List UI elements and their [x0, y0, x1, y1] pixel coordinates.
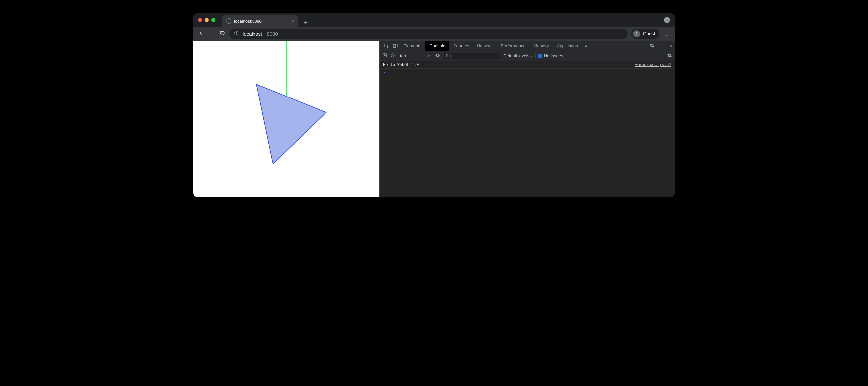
device-toolbar-icon[interactable]	[391, 43, 400, 49]
console-filter-input[interactable]	[444, 53, 500, 59]
browser-menu-button[interactable]: ⋮	[662, 31, 671, 37]
back-button[interactable]	[197, 30, 205, 37]
webgl-canvas	[193, 41, 379, 197]
devtools-menu-icon[interactable]: ⋮	[657, 43, 666, 49]
tab-elements[interactable]: Elements	[400, 41, 425, 51]
console-log-row: Hello WebGL 1.0 wasm_exec.js:51	[380, 61, 675, 69]
inspect-element-icon[interactable]	[382, 43, 391, 49]
svg-point-0	[636, 32, 638, 34]
browser-window: localhost:8080 × ＋ ▾ i localhost:8080 Gu…	[193, 13, 675, 197]
maximize-window-button[interactable]	[211, 18, 215, 22]
devtools-panel: Elements Console Sources Network Perform…	[379, 41, 675, 197]
tab-title: localhost:8080	[234, 19, 262, 24]
live-expression-icon[interactable]	[435, 53, 440, 59]
tab-console[interactable]: Console	[425, 41, 449, 51]
triangle-shape	[256, 84, 326, 164]
browser-tab[interactable]: localhost:8080 ×	[222, 15, 298, 27]
profile-label: Guest	[643, 31, 655, 36]
globe-icon	[226, 18, 231, 24]
url-port: :8080	[266, 31, 278, 37]
window-controls	[198, 18, 215, 22]
issues-icon	[538, 54, 542, 58]
more-tabs-icon[interactable]: »	[582, 43, 590, 49]
console-prompt[interactable]	[380, 69, 675, 76]
tab-search-icon[interactable]: ▾	[664, 17, 670, 23]
log-source-link[interactable]: wasm_exec.js:51	[636, 62, 671, 67]
tab-strip: localhost:8080 × ＋	[222, 13, 664, 27]
new-tab-button[interactable]: ＋	[298, 18, 313, 27]
site-info-icon[interactable]: i	[234, 31, 239, 36]
devtools-close-icon[interactable]: ×	[666, 43, 675, 49]
console-output: Hello WebGL 1.0 wasm_exec.js:51	[380, 61, 675, 197]
log-levels-selector[interactable]: Default levels	[503, 54, 532, 58]
url-host: localhost	[243, 31, 262, 37]
console-settings-icon[interactable]	[667, 53, 672, 59]
issues-button[interactable]: No Issues	[535, 53, 566, 59]
titlebar: localhost:8080 × ＋ ▾	[193, 13, 675, 27]
minimize-window-button[interactable]	[205, 18, 209, 22]
page-viewport[interactable]	[193, 41, 379, 197]
close-window-button[interactable]	[198, 18, 202, 22]
reload-button[interactable]	[219, 30, 226, 37]
tab-sources[interactable]: Sources	[449, 41, 473, 51]
address-bar[interactable]: i localhost:8080	[229, 29, 628, 39]
profile-button[interactable]: Guest	[631, 29, 659, 39]
address-toolbar: i localhost:8080 Guest ⋮	[193, 27, 675, 41]
tab-memory[interactable]: Memory	[530, 41, 553, 51]
execution-context-icon[interactable]	[382, 53, 387, 59]
console-toolbar: top Default levels No Issues	[380, 51, 675, 61]
context-selector[interactable]: top	[398, 54, 432, 58]
avatar-icon	[633, 30, 640, 37]
log-message: Hello WebGL 1.0	[383, 62, 419, 67]
clear-console-icon[interactable]	[390, 53, 395, 59]
content-area: Elements Console Sources Network Perform…	[193, 41, 675, 197]
tab-network[interactable]: Network	[473, 41, 497, 51]
tab-performance[interactable]: Performance	[497, 41, 529, 51]
tab-application[interactable]: Application	[553, 41, 582, 51]
devtools-tabstrip: Elements Console Sources Network Perform…	[380, 41, 675, 51]
devtools-settings-icon[interactable]	[647, 43, 657, 49]
forward-button[interactable]	[208, 30, 215, 37]
close-tab-icon[interactable]: ×	[291, 19, 294, 24]
